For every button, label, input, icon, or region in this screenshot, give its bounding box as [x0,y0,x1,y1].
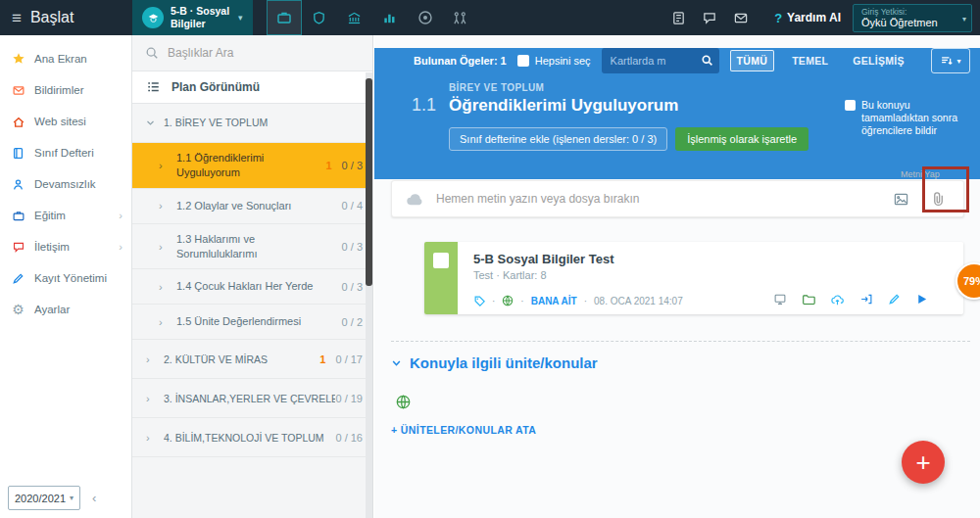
sidebar-item-devamsizlik[interactable]: Devamsızlık [0,168,131,200]
content-toolbar: Bulunan Ögeler: 1 Hepsini seç TÜMÜ TEMEL… [414,48,970,73]
home-icon [11,116,25,128]
cloud-upload-icon [406,192,424,207]
sign-in-icon[interactable] [859,293,873,306]
cloud-sync-icon[interactable] [830,294,845,306]
topic-number: 1.1 [412,95,436,116]
chevron-right-icon: › [159,316,168,328]
help-button[interactable]: ? Yardım AI [774,11,841,25]
edit-icon[interactable] [888,293,901,306]
sidebar-item-web-sitesi[interactable]: Web sitesi [0,106,131,137]
card-checkbox[interactable] [433,253,449,268]
filter-tab-all[interactable]: TÜMÜ [730,50,775,71]
composer-placeholder: Hemen metin yazın veya dosya bırakın [436,192,881,206]
school-year-select[interactable]: 2020/2021 ▾ [8,486,80,510]
topic-title: Öğrendiklerimi Uyguluyorum [449,96,678,116]
content-card[interactable]: 5-B Sosyal Bilgiler Test Test · Kartlar:… [424,242,963,314]
caret-down-icon: ▾ [238,13,243,23]
section-divider [391,341,970,342]
plan-search [132,35,372,71]
card-subtitle: Test · Kartlar: 8 [473,269,950,281]
topbar-module-icons [267,0,478,35]
sidebar-footer: 2020/2021 ▾ ‹ [8,486,101,510]
class-logo-icon [142,7,164,28]
activities-icon[interactable] [443,0,478,35]
tree-unit-4[interactable]: › 4. BİLİM,TEKNOLOJİ VE TOPLUM 0 / 16 [132,418,372,457]
institution-icon[interactable] [337,0,372,35]
mail-icon[interactable] [725,0,757,35]
gear-icon: ⚙ [11,303,25,316]
tree-unit-1[interactable]: 1. BİREY VE TOPLUM [132,104,372,143]
collapse-sidebar-button[interactable]: ‹ [87,489,101,507]
play-icon[interactable] [915,293,928,306]
chevron-right-icon: › [119,241,122,253]
globe-icon [396,395,411,409]
chevron-right-icon: › [159,200,168,212]
tree-topic-1-2[interactable]: › 1.2 Olaylar ve Sonuçları 0 / 4 [132,189,372,224]
notify-checkbox[interactable] [845,100,856,111]
filter-tab-advanced[interactable]: GELİŞMİŞ [846,50,911,71]
card-body: 5-B Sosyal Bilgiler Test Test · Kartlar:… [458,242,963,314]
mark-done-button[interactable]: İşlenmiş olarak işaretle [675,127,808,151]
sidebar-item-iletisim[interactable]: İletişim › [0,231,131,262]
class-selector[interactable]: 5-B · Sosyal Bilgiler ▾ [132,0,253,35]
tree-unit-3[interactable]: › 3. İNSANLAR,YERLER VE ÇEVRELER 0 / 19 [132,379,372,418]
attachment-icon[interactable] [931,191,946,208]
plan-search-input[interactable] [168,46,324,60]
tree-topic-1-5[interactable]: › 1.5 Ünite Değerlendirmesi 0 / 2 [132,305,372,340]
owner-badge: BANA AİT [531,296,577,306]
chevron-right-icon: › [146,393,155,404]
document-icon[interactable] [662,0,694,35]
sidebar-item-egitim[interactable]: Eğitim › [0,200,131,231]
sidebar-item-kayit-yonetimi[interactable]: Kayıt Yönetimi [0,262,131,294]
sidebar-item-sinif-defteri[interactable]: Sınıf Defteri [0,137,131,168]
logo-circle-icon[interactable] [408,0,443,35]
role-selector[interactable]: Giriş Yetkisi: Öykü Öğretmen ▾ [853,4,972,32]
chart-icon[interactable] [372,0,408,35]
chevron-right-icon: › [119,210,122,221]
add-to-classbook-button[interactable]: Sınıf defterine ekle (işlenen dersler: 0… [449,127,667,151]
scrollbar-thumb[interactable] [366,78,372,286]
plan-scrollbar [366,72,372,518]
related-units-heading[interactable]: Konuyla ilgili ünite/konular [391,354,598,371]
cards-search [602,48,719,73]
search-icon[interactable] [701,54,713,67]
globe-icon[interactable] [502,295,514,306]
card-date: 08. OCA 2021 14:07 [594,296,683,306]
tree-topic-1-3[interactable]: › 1.3 Haklarımı ve Sorumluluklarımı 0 / … [132,224,372,270]
chat-bubble-icon[interactable] [694,0,725,35]
plan-tree: 1. BİREY VE TOPLUM › 1.1 Öğrendiklerimi … [132,104,372,457]
sidebar-item-ayarlar[interactable]: ⚙ Ayarlar [0,294,131,325]
topic-body: Metni Yap textarea Hemen metin yazın vey… [374,166,980,518]
folder-icon[interactable] [802,294,815,306]
notify-students-control[interactable]: Bu konuyu tamamladıktan sonra öğrenciler… [845,99,972,137]
briefcase-icon[interactable] [267,0,302,35]
sort-button[interactable]: ▾ [931,48,970,73]
image-icon[interactable] [893,192,909,207]
star-icon [11,52,25,66]
topbar-right: ? Yardım AI Giriş Yetkisi: Öykü Öğretmen… [662,0,980,35]
chevron-down-icon [391,358,402,368]
start-menu-button[interactable]: ≡ Başlat [0,9,132,26]
shield-icon[interactable] [302,0,337,35]
tag-icon[interactable] [473,295,485,306]
assign-units-link[interactable]: + ÜNİTELER/KONULAR ATA [391,424,536,436]
present-icon[interactable] [773,293,787,306]
sidebar-item-ana-ekran[interactable]: Ana Ekran [0,43,131,74]
caret-down-icon: ▾ [70,494,74,502]
plan-view-toggle[interactable]: Plan Görünümü [132,71,372,104]
select-all-control[interactable]: Hepsini seç [517,55,591,67]
sort-icon [940,55,954,68]
content-composer[interactable]: Hemen metin yazın veya dosya bırakın [391,180,964,217]
filter-tab-basic[interactable]: TEMEL [785,50,835,71]
card-actions [773,293,928,306]
chevron-right-icon: › [159,241,168,253]
card-title: 5-B Sosyal Bilgiler Test [473,252,950,266]
select-all-checkbox[interactable] [517,55,529,67]
tree-topic-1-4[interactable]: › 1.4 Çocuk Hakları Her Yerde 0 / 3 [132,269,372,305]
add-content-fab[interactable]: + [902,441,945,484]
sidebar-item-bildirimler[interactable]: Bildirimler [0,74,131,106]
caret-down-icon: ▾ [956,57,960,66]
search-icon [145,46,159,60]
tree-unit-2[interactable]: › 2. KÜLTÜR VE MİRAS 1 0 / 17 [132,340,372,379]
tree-topic-1-1[interactable]: › 1.1 Öğrendiklerimi Uyguluyorum 1 0 / 3 [132,143,372,189]
